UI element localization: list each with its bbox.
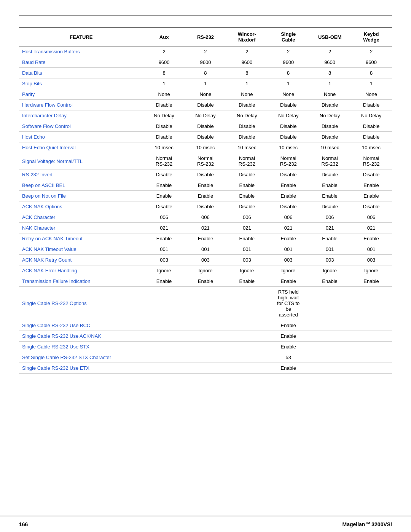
cell-aux: 2: [143, 46, 185, 57]
cell-rs232: Disable: [185, 169, 226, 180]
cell-wincor: 10 msec: [226, 142, 268, 153]
feature-cell: Baud Rate: [19, 57, 143, 68]
cell-single: NormalRS-232: [268, 153, 309, 169]
table-row: Host Transmission Buffers222222: [19, 46, 392, 57]
cell-aux: Ignore: [143, 265, 185, 276]
cell-usboem: 003: [309, 255, 350, 265]
feature-cell: Intercharacter Delay: [19, 110, 143, 121]
cell-keybd: Disable: [350, 132, 392, 142]
cell-single: Disable: [268, 169, 309, 180]
table-row: Signal Voltage: Normal/TTLNormalRS-232No…: [19, 153, 392, 169]
cell-single: Disable: [268, 201, 309, 212]
cell-usboem: [309, 320, 350, 331]
table-row: Single Cable RS-232 Use ETXEnable: [19, 363, 392, 374]
cell-rs232: 2: [185, 46, 226, 57]
cell-usboem: Enable: [309, 233, 350, 244]
feature-cell: Data Bits: [19, 68, 143, 78]
cell-wincor: 021: [226, 223, 268, 233]
cell-single: Enable: [268, 363, 309, 374]
feature-cell: Retry on ACK NAK Timeout: [19, 233, 143, 244]
cell-usboem: Disable: [309, 201, 350, 212]
cell-aux: 021: [143, 223, 185, 233]
table-row: Intercharacter DelayNo DelayNo DelayNo D…: [19, 110, 392, 121]
cell-keybd: 006: [350, 212, 392, 223]
feature-cell: Set Single Cable RS-232 STX Character: [19, 352, 143, 363]
feature-cell: ACK Character: [19, 212, 143, 223]
cell-rs232: 10 msec: [185, 142, 226, 153]
table-row: Baud Rate960096009600960096009600: [19, 57, 392, 68]
cell-keybd: [350, 320, 392, 331]
table-row: Host Echo Quiet Interval10 msec10 msec10…: [19, 142, 392, 153]
cell-keybd: Enable: [350, 276, 392, 287]
cell-single: 10 msec: [268, 142, 309, 153]
cell-keybd: [350, 331, 392, 342]
cell-wincor: 006: [226, 212, 268, 223]
cell-wincor: 001: [226, 244, 268, 255]
cell-aux: [143, 320, 185, 331]
cell-usboem: 8: [309, 68, 350, 78]
feature-cell: RS-232 Invert: [19, 169, 143, 180]
table-row: Hardware Flow ControlDisableDisableDisab…: [19, 100, 392, 110]
cell-wincor: Disable: [226, 100, 268, 110]
cell-rs232: Disable: [185, 132, 226, 142]
cell-aux: NormalRS-232: [143, 153, 185, 169]
cell-keybd: [350, 352, 392, 363]
cell-keybd: 9600: [350, 57, 392, 68]
cell-single: 006: [268, 212, 309, 223]
feature-cell: ACK NAK Retry Count: [19, 255, 143, 265]
cell-wincor: 2: [226, 46, 268, 57]
col-header-feature: FEATURE: [19, 28, 143, 46]
feature-cell: ACK NAK Options: [19, 201, 143, 212]
cell-aux: 001: [143, 244, 185, 255]
cell-single: Enable: [268, 276, 309, 287]
cell-rs232: No Delay: [185, 110, 226, 121]
cell-wincor: Enable: [226, 276, 268, 287]
cell-aux: Disable: [143, 121, 185, 132]
cell-single: Enable: [268, 191, 309, 201]
cell-usboem: [309, 363, 350, 374]
cell-aux: 9600: [143, 57, 185, 68]
cell-wincor: Disable: [226, 201, 268, 212]
cell-usboem: 2: [309, 46, 350, 57]
feature-cell: Host Echo: [19, 132, 143, 142]
cell-aux: 10 msec: [143, 142, 185, 153]
cell-usboem: Disable: [309, 132, 350, 142]
cell-usboem: Enable: [309, 191, 350, 201]
cell-aux: Disable: [143, 169, 185, 180]
feature-cell: Single Cable RS-232 Use STX: [19, 342, 143, 352]
cell-usboem: 006: [309, 212, 350, 223]
cell-single: Disable: [268, 100, 309, 110]
cell-keybd: 003: [350, 255, 392, 265]
feature-cell: ACK NAK Timeout Value: [19, 244, 143, 255]
feature-table: FEATURE Aux RS-232 Wincor-Nixdorf Single…: [19, 27, 392, 374]
cell-wincor: Ignore: [226, 265, 268, 276]
feature-cell: Single Cable RS-232 Use ACK/NAK: [19, 331, 143, 342]
cell-rs232: Disable: [185, 100, 226, 110]
feature-cell: Stop Bits: [19, 78, 143, 89]
cell-rs232: Enable: [185, 180, 226, 191]
cell-single: Enable: [268, 342, 309, 352]
cell-rs232: [185, 342, 226, 352]
cell-keybd: 021: [350, 223, 392, 233]
cell-keybd: Disable: [350, 169, 392, 180]
cell-keybd: Enable: [350, 233, 392, 244]
table-row: Data Bits888888: [19, 68, 392, 78]
col-header-usboem: USB-OEM: [309, 28, 350, 46]
cell-wincor: None: [226, 89, 268, 100]
cell-usboem: [309, 331, 350, 342]
cell-keybd: Disable: [350, 201, 392, 212]
cell-aux: [143, 342, 185, 352]
cell-wincor: [226, 320, 268, 331]
cell-wincor: Enable: [226, 191, 268, 201]
cell-rs232: 8: [185, 68, 226, 78]
feature-cell: Software Flow Control: [19, 121, 143, 132]
cell-aux: Disable: [143, 201, 185, 212]
cell-rs232: [185, 320, 226, 331]
cell-keybd: NormalRS-232: [350, 153, 392, 169]
cell-wincor: 8: [226, 68, 268, 78]
cell-rs232: [185, 352, 226, 363]
table-row: RS-232 InvertDisableDisableDisableDisabl…: [19, 169, 392, 180]
table-row: Retry on ACK NAK TimeoutEnableEnableEnab…: [19, 233, 392, 244]
cell-keybd: 001: [350, 244, 392, 255]
cell-rs232: 006: [185, 212, 226, 223]
